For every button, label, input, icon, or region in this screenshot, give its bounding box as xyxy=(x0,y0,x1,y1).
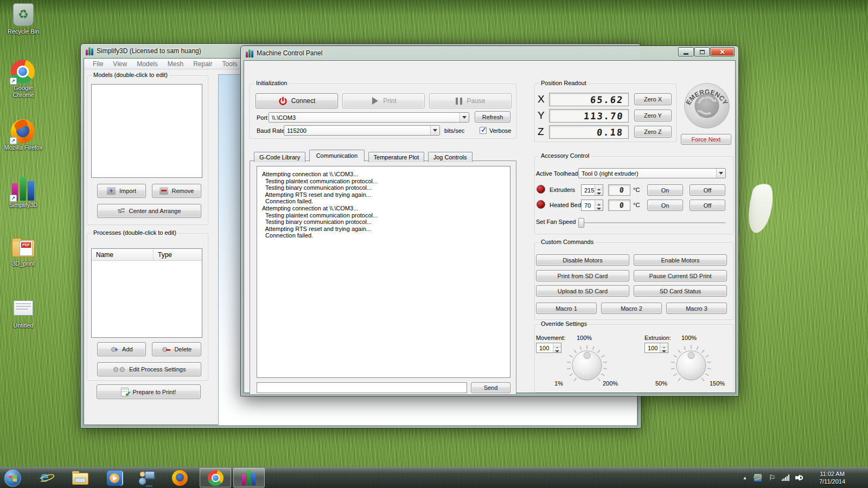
taskbar-media-player[interactable] xyxy=(106,470,123,486)
tray-windows-update-icon[interactable] xyxy=(752,467,764,488)
extrusion-spinner[interactable]: 100 xyxy=(644,343,668,353)
gcode-command-input[interactable] xyxy=(257,382,467,393)
sd-card-status-button[interactable]: SD Card Status xyxy=(634,285,727,297)
remote-assistance-icon xyxy=(139,471,155,486)
chrome-icon: ↗ xyxy=(11,60,36,84)
desktop-icon-3d-print-folder[interactable]: PDF 3D_print xyxy=(3,235,43,267)
processes-table[interactable]: Name Type xyxy=(91,248,202,338)
extrusion-knob[interactable] xyxy=(667,343,715,384)
desktop-icon-simplify3d[interactable]: ↗ Simplify3D xyxy=(3,177,43,209)
pause-button[interactable]: Pause xyxy=(429,93,512,108)
remove-button[interactable]: Remove xyxy=(152,184,201,198)
menu-tools[interactable]: Tools xyxy=(218,59,242,69)
internet-explorer-icon: e xyxy=(39,471,54,486)
menu-mesh[interactable]: Mesh xyxy=(163,59,188,69)
desktop-icon-mozilla-firefox[interactable]: ↗ Mozilla Firefox xyxy=(3,119,43,151)
accessory-control-group: Accessory Control Active Toolhead Tool 0… xyxy=(534,156,733,234)
connect-button[interactable]: Connect xyxy=(256,93,338,108)
tab-communication[interactable]: Communication xyxy=(309,150,365,162)
tab-gcode-library[interactable]: G-Code Library xyxy=(254,152,305,162)
close-button[interactable]: ✕ xyxy=(710,47,735,56)
extruders-label: Extruders xyxy=(550,187,575,193)
zero-x-button[interactable]: Zero X xyxy=(634,93,672,105)
extruder-off-button[interactable]: Off xyxy=(690,184,725,196)
refresh-button[interactable]: Refresh xyxy=(475,111,510,123)
desktop-icon-recycle-bin[interactable]: ♻ Recycle Bin xyxy=(3,3,43,35)
zero-y-button[interactable]: Zero Y xyxy=(634,110,672,121)
mcp-titlebar[interactable]: Machine Control Panel xyxy=(241,46,738,60)
tray-action-center-icon[interactable]: ⚐ xyxy=(766,467,778,488)
add-process-button[interactable]: ⚙+ Add xyxy=(97,342,146,356)
force-next-button[interactable]: Force Next xyxy=(681,134,731,145)
import-button[interactable]: + Import xyxy=(97,184,146,198)
baud-rate-combo[interactable]: 115200 xyxy=(284,125,440,136)
extrusion-max-label: 150% xyxy=(710,380,725,387)
desktop-icon-untitled[interactable]: Untitled xyxy=(3,297,43,329)
movement-label: Movement: xyxy=(536,335,565,341)
extruder-on-button[interactable]: On xyxy=(647,184,683,196)
menu-repair[interactable]: Repair xyxy=(188,59,217,69)
shortcut-arrow-icon: ↗ xyxy=(10,137,17,144)
tray-volume-icon[interactable] xyxy=(793,467,806,488)
taskbar-windows-explorer[interactable] xyxy=(72,470,88,486)
taskbar-remote-assistance[interactable] xyxy=(138,470,155,486)
taskbar-chrome-active[interactable] xyxy=(200,468,231,487)
edit-process-settings-button[interactable]: ⚙⚙ Edit Process Settings xyxy=(97,362,201,376)
start-button[interactable] xyxy=(4,470,21,486)
pause-sd-print-button[interactable]: Pause Current SD Print xyxy=(634,270,727,281)
models-list[interactable] xyxy=(91,84,202,178)
desktop-icon-google-chrome[interactable]: ↗ Google Chrome xyxy=(3,60,43,99)
minimize-button[interactable] xyxy=(678,47,694,56)
macro-2-button[interactable]: Macro 2 xyxy=(601,303,662,314)
upload-to-sd-button[interactable]: Upload to SD Card xyxy=(536,285,629,297)
heated-bed-on-button[interactable]: On xyxy=(647,200,683,211)
extruder-setpoint-spinner[interactable]: 215 xyxy=(581,184,603,196)
tray-clock[interactable]: 11:02 AM 7/11/2014 xyxy=(807,467,857,488)
extrusion-min-label: 50% xyxy=(655,380,667,387)
macro-1-button[interactable]: Macro 1 xyxy=(536,303,597,314)
port-combo[interactable]: \\.\COM3 xyxy=(269,112,469,123)
print-button[interactable]: Print xyxy=(342,93,425,108)
menu-file[interactable]: File xyxy=(88,59,108,69)
maximize-button[interactable] xyxy=(694,47,710,56)
menu-view[interactable]: View xyxy=(108,59,132,69)
prepare-to-print-button[interactable]: ✔ Prepare to Print! xyxy=(97,384,201,399)
active-toolhead-combo[interactable]: Tool 0 (right extruder) xyxy=(578,168,726,178)
communication-tab-panel: Attempting connection at \\.\COM3... Tes… xyxy=(250,160,516,395)
override-settings-label: Override Settings xyxy=(539,320,589,327)
fan-speed-slider-track[interactable] xyxy=(578,222,726,224)
delete-process-button[interactable]: ⚙ Delete xyxy=(152,342,201,356)
movement-knob[interactable] xyxy=(563,343,611,384)
simplify3d-icon: ↗ xyxy=(11,177,36,201)
emergency-stop-button[interactable]: EMERGENCY STOP xyxy=(683,82,731,130)
enable-motors-button[interactable]: Enable Motors xyxy=(634,254,727,266)
movement-percent-label: 100% xyxy=(577,335,592,341)
tray-show-hidden-icons[interactable]: ▲ xyxy=(739,467,751,488)
verbose-checkbox[interactable] xyxy=(480,127,487,134)
macro-3-button[interactable]: Macro 3 xyxy=(666,303,727,314)
fan-speed-slider-handle[interactable] xyxy=(578,218,584,228)
taskbar-simplify3d-active[interactable] xyxy=(233,468,265,487)
communication-log[interactable]: Attempting connection at \\.\COM3... Tes… xyxy=(257,166,510,378)
print-from-sd-button[interactable]: Print from SD Card xyxy=(536,270,629,281)
center-and-arrange-button[interactable]: ⇅ Center and Arrange xyxy=(97,204,201,218)
arrange-icon: ⇅ xyxy=(117,208,125,215)
column-type[interactable]: Type xyxy=(153,249,202,260)
tab-temperature-plot[interactable]: Temperature Plot xyxy=(368,152,425,162)
send-button[interactable]: Send xyxy=(471,382,510,393)
heated-bed-setpoint-spinner[interactable]: 70 xyxy=(581,200,603,211)
tab-jog-controls[interactable]: Jog Controls xyxy=(428,152,473,162)
tray-network-icon[interactable] xyxy=(779,467,792,488)
menu-models[interactable]: Models xyxy=(132,59,163,69)
simplify3d-icon xyxy=(242,470,256,485)
taskbar-internet-explorer[interactable]: e xyxy=(38,470,55,486)
movement-spinner[interactable]: 100 xyxy=(536,343,561,353)
heated-bed-off-button[interactable]: Off xyxy=(690,200,725,211)
axis-x-label: X xyxy=(538,93,545,105)
port-label: Port xyxy=(257,114,267,121)
column-name[interactable]: Name xyxy=(92,249,153,260)
media-player-icon xyxy=(107,471,122,486)
zero-z-button[interactable]: Zero Z xyxy=(634,126,672,138)
disable-motors-button[interactable]: Disable Motors xyxy=(536,254,629,266)
taskbar-firefox[interactable] xyxy=(171,470,188,486)
